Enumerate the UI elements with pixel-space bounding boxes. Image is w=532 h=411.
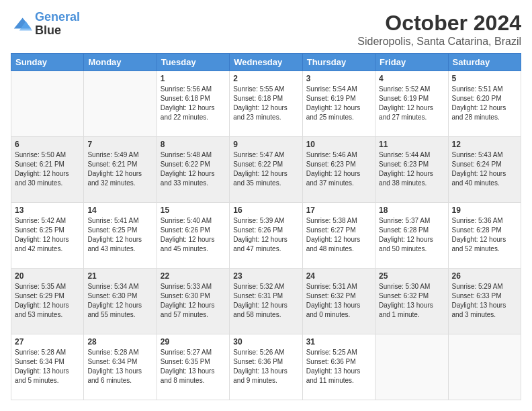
day-number: 22 [161, 271, 226, 281]
col-tuesday: Tuesday [157, 54, 229, 71]
day-info: Sunrise: 5:40 AM Sunset: 6:26 PM Dayligh… [161, 216, 226, 254]
day-number: 5 [452, 74, 517, 83]
day-cell [375, 334, 448, 400]
day-info: Sunrise: 5:46 AM Sunset: 6:23 PM Dayligh… [306, 150, 371, 188]
day-cell: 31Sunrise: 5:25 AM Sunset: 6:36 PM Dayli… [302, 334, 375, 400]
day-cell: 2Sunrise: 5:55 AM Sunset: 6:18 PM Daylig… [230, 71, 302, 137]
day-number: 27 [15, 337, 80, 347]
day-info: Sunrise: 5:26 AM Sunset: 6:36 PM Dayligh… [233, 348, 298, 385]
day-number: 3 [306, 74, 371, 83]
week-row-1: 1Sunrise: 5:56 AM Sunset: 6:18 PM Daylig… [11, 71, 521, 137]
logo-icon [11, 13, 32, 35]
day-cell: 18Sunrise: 5:37 AM Sunset: 6:28 PM Dayli… [375, 203, 448, 269]
day-cell: 23Sunrise: 5:32 AM Sunset: 6:31 PM Dayli… [230, 269, 302, 334]
day-number: 8 [161, 140, 226, 149]
day-cell: 27Sunrise: 5:28 AM Sunset: 6:34 PM Dayli… [11, 334, 84, 400]
day-cell: 20Sunrise: 5:35 AM Sunset: 6:29 PM Dayli… [11, 269, 84, 334]
day-info: Sunrise: 5:37 AM Sunset: 6:28 PM Dayligh… [379, 216, 444, 254]
day-cell: 29Sunrise: 5:27 AM Sunset: 6:35 PM Dayli… [157, 334, 229, 400]
day-info: Sunrise: 5:38 AM Sunset: 6:27 PM Dayligh… [306, 216, 371, 254]
day-info: Sunrise: 5:54 AM Sunset: 6:19 PM Dayligh… [306, 85, 371, 122]
day-cell: 16Sunrise: 5:39 AM Sunset: 6:26 PM Dayli… [230, 203, 302, 269]
col-friday: Friday [375, 54, 448, 71]
day-cell: 6Sunrise: 5:50 AM Sunset: 6:21 PM Daylig… [11, 137, 84, 203]
day-info: Sunrise: 5:25 AM Sunset: 6:36 PM Dayligh… [306, 348, 371, 385]
day-number: 24 [306, 271, 371, 281]
day-number: 18 [379, 205, 444, 215]
day-cell: 14Sunrise: 5:41 AM Sunset: 6:25 PM Dayli… [84, 203, 157, 269]
week-row-3: 13Sunrise: 5:42 AM Sunset: 6:25 PM Dayli… [11, 203, 521, 269]
day-number: 28 [87, 337, 152, 347]
day-cell: 1Sunrise: 5:56 AM Sunset: 6:18 PM Daylig… [157, 71, 229, 137]
day-number: 17 [306, 205, 371, 215]
day-number: 4 [379, 74, 444, 83]
logo: General Blue [11, 11, 80, 38]
day-number: 14 [87, 205, 152, 215]
page: General Blue October 2024 Sideropolis, S… [0, 0, 532, 411]
day-cell [11, 71, 84, 137]
day-info: Sunrise: 5:28 AM Sunset: 6:34 PM Dayligh… [15, 348, 80, 385]
header: General Blue October 2024 Sideropolis, S… [11, 11, 521, 48]
day-cell: 10Sunrise: 5:46 AM Sunset: 6:23 PM Dayli… [302, 137, 375, 203]
col-saturday: Saturday [448, 54, 521, 71]
day-cell: 4Sunrise: 5:52 AM Sunset: 6:19 PM Daylig… [375, 71, 448, 137]
day-cell: 28Sunrise: 5:28 AM Sunset: 6:34 PM Dayli… [84, 334, 157, 400]
day-cell: 24Sunrise: 5:31 AM Sunset: 6:32 PM Dayli… [302, 269, 375, 334]
day-info: Sunrise: 5:48 AM Sunset: 6:22 PM Dayligh… [161, 150, 226, 188]
day-info: Sunrise: 5:39 AM Sunset: 6:26 PM Dayligh… [233, 216, 298, 254]
day-number: 21 [87, 271, 152, 281]
day-info: Sunrise: 5:28 AM Sunset: 6:34 PM Dayligh… [87, 348, 152, 385]
day-info: Sunrise: 5:50 AM Sunset: 6:21 PM Dayligh… [15, 150, 80, 188]
day-number: 12 [452, 140, 517, 149]
day-info: Sunrise: 5:44 AM Sunset: 6:23 PM Dayligh… [379, 150, 444, 188]
col-sunday: Sunday [11, 54, 84, 71]
day-cell: 8Sunrise: 5:48 AM Sunset: 6:22 PM Daylig… [157, 137, 229, 203]
day-info: Sunrise: 5:42 AM Sunset: 6:25 PM Dayligh… [15, 216, 80, 254]
day-number: 20 [15, 271, 80, 281]
day-info: Sunrise: 5:30 AM Sunset: 6:32 PM Dayligh… [379, 282, 444, 320]
day-info: Sunrise: 5:34 AM Sunset: 6:30 PM Dayligh… [87, 282, 152, 320]
day-info: Sunrise: 5:43 AM Sunset: 6:24 PM Dayligh… [452, 150, 517, 188]
week-row-4: 20Sunrise: 5:35 AM Sunset: 6:29 PM Dayli… [11, 269, 521, 334]
day-info: Sunrise: 5:32 AM Sunset: 6:31 PM Dayligh… [233, 282, 298, 320]
main-title: October 2024 [357, 11, 521, 36]
day-number: 26 [452, 271, 517, 281]
day-number: 29 [161, 337, 226, 347]
day-cell: 25Sunrise: 5:30 AM Sunset: 6:32 PM Dayli… [375, 269, 448, 334]
day-cell: 11Sunrise: 5:44 AM Sunset: 6:23 PM Dayli… [375, 137, 448, 203]
day-number: 1 [161, 74, 226, 83]
day-info: Sunrise: 5:55 AM Sunset: 6:18 PM Dayligh… [233, 85, 298, 122]
day-number: 9 [233, 140, 298, 149]
day-info: Sunrise: 5:33 AM Sunset: 6:30 PM Dayligh… [161, 282, 226, 320]
day-cell [448, 334, 521, 400]
calendar-table: Sunday Monday Tuesday Wednesday Thursday… [11, 53, 521, 400]
calendar-header-row: Sunday Monday Tuesday Wednesday Thursday… [11, 54, 521, 71]
day-number: 11 [379, 140, 444, 149]
day-info: Sunrise: 5:41 AM Sunset: 6:25 PM Dayligh… [87, 216, 152, 254]
day-cell: 5Sunrise: 5:51 AM Sunset: 6:20 PM Daylig… [448, 71, 521, 137]
day-cell: 9Sunrise: 5:47 AM Sunset: 6:22 PM Daylig… [230, 137, 302, 203]
day-cell: 30Sunrise: 5:26 AM Sunset: 6:36 PM Dayli… [230, 334, 302, 400]
day-number: 23 [233, 271, 298, 281]
day-number: 13 [15, 205, 80, 215]
day-info: Sunrise: 5:56 AM Sunset: 6:18 PM Dayligh… [161, 85, 226, 122]
day-cell: 26Sunrise: 5:29 AM Sunset: 6:33 PM Dayli… [448, 269, 521, 334]
day-cell: 3Sunrise: 5:54 AM Sunset: 6:19 PM Daylig… [302, 71, 375, 137]
day-info: Sunrise: 5:49 AM Sunset: 6:21 PM Dayligh… [87, 150, 152, 188]
day-number: 31 [306, 337, 371, 347]
day-number: 2 [233, 74, 298, 83]
day-info: Sunrise: 5:35 AM Sunset: 6:29 PM Dayligh… [15, 282, 80, 320]
day-cell: 15Sunrise: 5:40 AM Sunset: 6:26 PM Dayli… [157, 203, 229, 269]
day-info: Sunrise: 5:31 AM Sunset: 6:32 PM Dayligh… [306, 282, 371, 320]
day-info: Sunrise: 5:47 AM Sunset: 6:22 PM Dayligh… [233, 150, 298, 188]
day-number: 15 [161, 205, 226, 215]
day-number: 16 [233, 205, 298, 215]
day-info: Sunrise: 5:27 AM Sunset: 6:35 PM Dayligh… [161, 348, 226, 385]
col-wednesday: Wednesday [230, 54, 302, 71]
week-row-5: 27Sunrise: 5:28 AM Sunset: 6:34 PM Dayli… [11, 334, 521, 400]
day-cell: 19Sunrise: 5:36 AM Sunset: 6:28 PM Dayli… [448, 203, 521, 269]
logo-text: General Blue [35, 11, 80, 38]
day-cell: 17Sunrise: 5:38 AM Sunset: 6:27 PM Dayli… [302, 203, 375, 269]
day-info: Sunrise: 5:29 AM Sunset: 6:33 PM Dayligh… [452, 282, 517, 320]
day-cell: 12Sunrise: 5:43 AM Sunset: 6:24 PM Dayli… [448, 137, 521, 203]
